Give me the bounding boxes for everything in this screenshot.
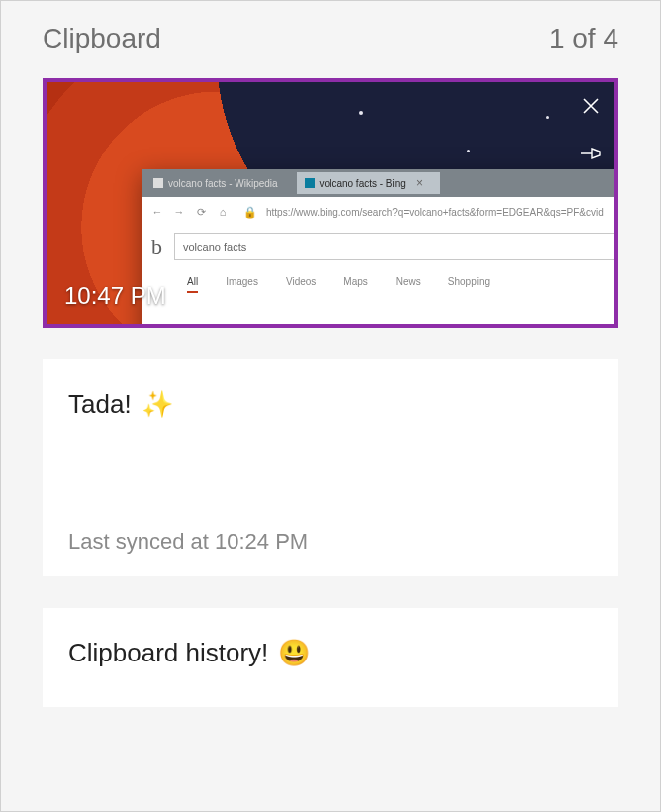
delete-button[interactable] <box>577 92 605 120</box>
browser-tab-label: volcano facts - Bing <box>320 178 406 189</box>
search-query-text: volcano facts <box>183 241 246 253</box>
clip-text: Tada! <box>68 389 132 420</box>
clipboard-item-image[interactable]: volcano facts - Wikipedia volcano facts … <box>43 78 618 328</box>
close-icon <box>581 96 601 116</box>
address-bar-text: https://www.bing.com/search?q=volcano+fa… <box>266 207 614 218</box>
sync-status: Last synced at 10:24 PM <box>68 529 593 555</box>
pin-button[interactable] <box>577 140 605 167</box>
clipboard-panel: Clipboard 1 of 4 volcano facts - Wikiped… <box>0 0 661 812</box>
clipboard-item-text[interactable]: Clipboard history! 😃 <box>43 608 618 707</box>
clipboard-item-text[interactable]: Tada! ✨ Last synced at 10:24 PM <box>43 359 618 576</box>
sparkles-emoji: ✨ <box>142 389 173 420</box>
browser-window-mock: volcano facts - Wikipedia volcano facts … <box>142 169 614 324</box>
screenshot-thumbnail: volcano facts - Wikipedia volcano facts … <box>47 82 614 324</box>
panel-title: Clipboard <box>43 23 161 54</box>
browser-tab-label: volcano facts - Wikipedia <box>168 178 278 189</box>
clip-text: Clipboard history! <box>68 638 268 668</box>
item-counter: 1 of 4 <box>549 23 618 54</box>
panel-header: Clipboard 1 of 4 <box>1 1 660 78</box>
grinning-emoji: 😃 <box>278 638 310 668</box>
item-timestamp: 10:47 PM <box>64 282 166 310</box>
pin-icon <box>580 145 602 162</box>
clipboard-list[interactable]: volcano facts - Wikipedia volcano facts … <box>1 78 660 811</box>
